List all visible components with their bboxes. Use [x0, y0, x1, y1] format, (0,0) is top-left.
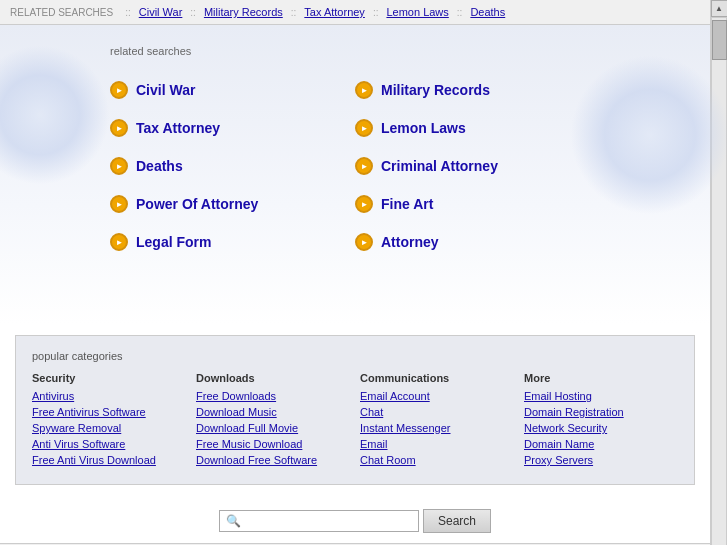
search-input[interactable] [245, 514, 412, 528]
search-icon: 🔍 [226, 514, 241, 528]
popular-link-free-music-download[interactable]: Free Music Download [196, 438, 350, 450]
topbar-link-military-records[interactable]: Military Records [204, 6, 283, 18]
arrow-icon [110, 157, 128, 175]
related-searches-heading: related searches [30, 45, 680, 57]
popular-link-email-hosting[interactable]: Email Hosting [524, 390, 678, 402]
popular-link-download-music[interactable]: Download Music [196, 406, 350, 418]
list-item: Lemon Laws [355, 109, 600, 147]
link-power-of-attorney[interactable]: Power Of Attorney [136, 196, 258, 212]
popular-link-download-free-software[interactable]: Download Free Software [196, 454, 350, 466]
link-legal-form[interactable]: Legal Form [136, 234, 211, 250]
link-attorney[interactable]: Attorney [381, 234, 439, 250]
list-item: Fine Art [355, 185, 600, 223]
sep2: :: [190, 7, 196, 18]
arrow-icon [110, 195, 128, 213]
popular-link-email[interactable]: Email [360, 438, 514, 450]
popular-link-chat-room[interactable]: Chat Room [360, 454, 514, 466]
link-tax-attorney[interactable]: Tax Attorney [136, 120, 220, 136]
popular-categories-label: popular categories [32, 350, 678, 362]
scrollbar[interactable]: ▲ ▼ [710, 0, 727, 545]
list-item: Criminal Attorney [355, 147, 600, 185]
list-item: Power Of Attorney [110, 185, 355, 223]
link-fine-art[interactable]: Fine Art [381, 196, 433, 212]
search-button[interactable]: Search [423, 509, 491, 533]
topbar-link-deaths[interactable]: Deaths [470, 6, 505, 18]
search-area: related searches Civil War Military Reco… [0, 25, 710, 325]
bottom-search-bar: 🔍 Search [0, 495, 710, 543]
link-lemon-laws[interactable]: Lemon Laws [381, 120, 466, 136]
popular-col-security: Security Antivirus Free Antivirus Softwa… [32, 372, 186, 470]
topbar-link-lemon-laws[interactable]: Lemon Laws [386, 6, 448, 18]
popular-categories-section: popular categories Security Antivirus Fr… [15, 335, 695, 485]
popular-link-network-security[interactable]: Network Security [524, 422, 678, 434]
popular-link-instant-messenger[interactable]: Instant Messenger [360, 422, 514, 434]
arrow-icon [355, 233, 373, 251]
popular-link-domain-registration[interactable]: Domain Registration [524, 406, 678, 418]
popular-col-header-more: More [524, 372, 678, 384]
popular-link-free-downloads[interactable]: Free Downloads [196, 390, 350, 402]
popular-link-download-full-movie[interactable]: Download Full Movie [196, 422, 350, 434]
list-item: Military Records [355, 71, 600, 109]
list-item: Civil War [110, 71, 355, 109]
related-searches-label: RELATED SEARCHES [10, 7, 113, 18]
sep4: :: [373, 7, 379, 18]
link-civil-war[interactable]: Civil War [136, 82, 195, 98]
popular-link-domain-name[interactable]: Domain Name [524, 438, 678, 450]
popular-link-free-anti-virus-download[interactable]: Free Anti Virus Download [32, 454, 186, 466]
popular-link-spyware[interactable]: Spyware Removal [32, 422, 186, 434]
arrow-icon [110, 119, 128, 137]
arrow-icon [355, 157, 373, 175]
sep3: :: [291, 7, 297, 18]
search-links-grid: Civil War Military Records Tax Attorney … [30, 71, 680, 261]
arrow-icon [355, 81, 373, 99]
list-item: Deaths [110, 147, 355, 185]
popular-col-more: More Email Hosting Domain Registration N… [524, 372, 678, 470]
popular-link-email-account[interactable]: Email Account [360, 390, 514, 402]
popular-link-chat[interactable]: Chat [360, 406, 514, 418]
link-military-records[interactable]: Military Records [381, 82, 490, 98]
scroll-up-button[interactable]: ▲ [711, 0, 728, 17]
link-criminal-attorney[interactable]: Criminal Attorney [381, 158, 498, 174]
popular-col-header-downloads: Downloads [196, 372, 350, 384]
list-item: Legal Form [110, 223, 355, 261]
popular-col-downloads: Downloads Free Downloads Download Music … [196, 372, 350, 470]
link-deaths[interactable]: Deaths [136, 158, 183, 174]
list-item: Attorney [355, 223, 600, 261]
arrow-icon [355, 119, 373, 137]
arrow-icon [110, 233, 128, 251]
topbar-link-civil-war[interactable]: Civil War [139, 6, 183, 18]
search-input-wrapper[interactable]: 🔍 [219, 510, 419, 532]
topbar-link-tax-attorney[interactable]: Tax Attorney [304, 6, 365, 18]
popular-col-header-security: Security [32, 372, 186, 384]
scroll-thumb[interactable] [712, 20, 727, 60]
popular-link-proxy-servers[interactable]: Proxy Servers [524, 454, 678, 466]
sep5: :: [457, 7, 463, 18]
popular-col-communications: Communications Email Account Chat Instan… [360, 372, 514, 470]
sep1: :: [125, 7, 131, 18]
popular-col-header-communications: Communications [360, 372, 514, 384]
popular-link-antivirus-software[interactable]: Anti Virus Software [32, 438, 186, 450]
arrow-icon [355, 195, 373, 213]
list-item: Tax Attorney [110, 109, 355, 147]
top-related-bar: RELATED SEARCHES :: Civil War :: Militar… [0, 0, 710, 25]
popular-link-antivirus[interactable]: Antivirus [32, 390, 186, 402]
popular-grid: Security Antivirus Free Antivirus Softwa… [32, 372, 678, 470]
arrow-icon [110, 81, 128, 99]
popular-link-free-antivirus[interactable]: Free Antivirus Software [32, 406, 186, 418]
